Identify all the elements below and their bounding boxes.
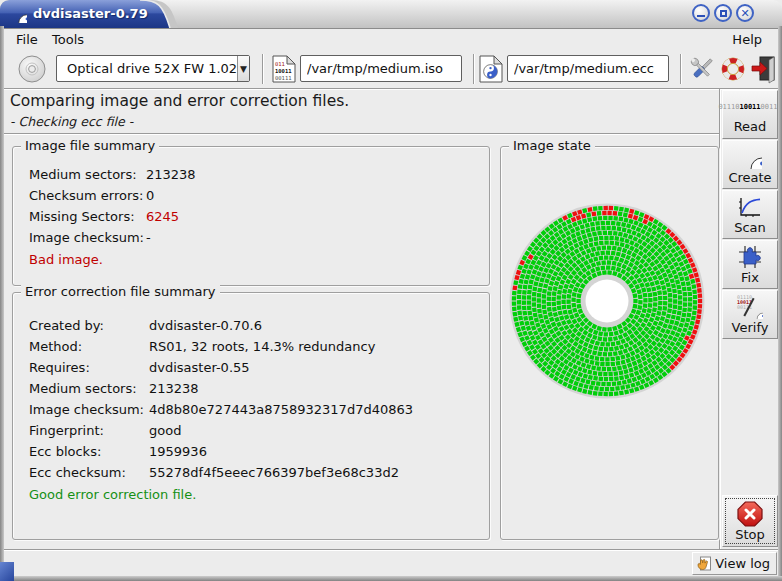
row-label: Created by: xyxy=(29,318,149,333)
button-label: Scan xyxy=(734,220,766,235)
window-corner-accent xyxy=(0,562,14,581)
ecc-file-icon xyxy=(478,54,504,84)
puzzle-piece-icon xyxy=(737,244,763,270)
menu-help[interactable]: Help xyxy=(726,31,768,48)
scan-button[interactable]: Scan xyxy=(722,190,778,239)
app-icon xyxy=(9,5,27,23)
status-line-2: - Checking ecc file - xyxy=(10,114,133,129)
stop-octagon-icon xyxy=(737,501,763,527)
row-value: - xyxy=(146,230,151,245)
panel-title: Image state xyxy=(509,138,595,153)
view-log-button[interactable]: View log xyxy=(692,552,777,575)
yin-yang-icon xyxy=(738,144,762,170)
window-title: dvdisaster-0.79 xyxy=(33,6,148,21)
button-label: Read xyxy=(734,119,767,134)
summary-row: Ecc checksum: 55278df4f5eeec766397bef3e6… xyxy=(29,462,483,483)
summary-row: Image checksum: 4d8b80e727443a8758932317… xyxy=(29,399,483,420)
chevron-down-icon[interactable]: ▼ xyxy=(237,56,249,81)
separator xyxy=(4,133,719,135)
button-label: Fix xyxy=(741,270,759,285)
summary-row: Missing Sectors: 6245 xyxy=(29,206,483,227)
menu-tools[interactable]: Tools xyxy=(46,31,90,48)
button-label: Stop xyxy=(735,527,765,542)
summary-row: Checksum errors: 0 xyxy=(29,185,483,206)
image-file-summary-panel: Image file summary Medium sectors: 21323… xyxy=(12,146,490,286)
minimize-button[interactable] xyxy=(692,4,710,22)
row-value: RS01, 32 roots, 14.3% redundancy xyxy=(149,339,375,354)
row-value: 6245 xyxy=(146,209,179,224)
row-value: 4d8b80e727443a8758932317d7d40863 xyxy=(149,402,413,417)
fix-button[interactable]: Fix xyxy=(722,240,778,289)
image-file-icon: 011 10011 00111 xyxy=(271,54,297,84)
row-value: 0 xyxy=(146,188,154,203)
row-value: dvdisaster-0.70.6 xyxy=(149,318,262,333)
exit-icon[interactable] xyxy=(749,54,777,84)
status-line-1: Comparing image and error correction fil… xyxy=(10,92,349,110)
row-label: Requires: xyxy=(29,360,149,375)
row-value: 1959936 xyxy=(149,444,207,459)
ecc-file-input[interactable] xyxy=(507,55,669,82)
verify-icon: 01110 10011 00111 xyxy=(737,294,763,320)
row-value: 213238 xyxy=(149,381,199,396)
binary-read-icon: 01110 10011 00111 xyxy=(718,95,781,119)
svg-text:011: 011 xyxy=(275,61,285,67)
row-label: Fingerprint: xyxy=(29,423,149,438)
image-file-input[interactable] xyxy=(300,55,462,82)
optical-drive-icon xyxy=(16,54,50,84)
disc-sector-map xyxy=(503,165,715,409)
preferences-tools-icon[interactable] xyxy=(688,54,716,84)
view-log-label: View log xyxy=(715,556,770,571)
separator xyxy=(719,89,721,549)
summary-row: Fingerprint: good xyxy=(29,420,483,441)
row-value: 55278df4f5eeec766397bef3e68c33d2 xyxy=(149,465,399,480)
panel-title: Error correction file summary xyxy=(21,284,220,299)
title-bar: dvdisaster-0.79 ✕ xyxy=(0,0,782,29)
ecc-verdict: Good error correction file. xyxy=(29,487,483,502)
scan-chart-icon xyxy=(737,194,763,220)
row-label: Checksum errors: xyxy=(29,188,146,203)
toolbar-separator xyxy=(262,54,264,84)
create-button[interactable]: Create xyxy=(722,140,778,189)
summary-row: Medium sectors: 213238 xyxy=(29,378,483,399)
drive-select[interactable]: Optical drive 52X FW 1.02 ▼ xyxy=(56,55,250,82)
svg-text:00111: 00111 xyxy=(275,75,292,81)
summary-row: Image checksum: - xyxy=(29,227,483,248)
image-verdict: Bad image. xyxy=(29,252,483,267)
row-label: Medium sectors: xyxy=(29,167,146,182)
row-label: Image checksum: xyxy=(29,230,146,245)
row-label: Medium sectors: xyxy=(29,381,149,396)
summary-row: Method: RS01, 32 roots, 14.3% redundancy xyxy=(29,336,483,357)
verify-button[interactable]: 01110 10011 00111 Verify xyxy=(722,290,778,339)
menu-file[interactable]: File xyxy=(10,31,44,48)
menu-bar: File Tools Help xyxy=(4,29,778,50)
window-border-right xyxy=(778,26,782,581)
ecc-file-summary-panel: Error correction file summary Created by… xyxy=(12,292,490,540)
drive-select-value: Optical drive 52X FW 1.02 xyxy=(57,61,237,76)
summary-row: Requires: dvdisaster-0.55 xyxy=(29,357,483,378)
row-label: Ecc checksum: xyxy=(29,465,149,480)
status-bar: View log xyxy=(4,551,778,577)
close-button[interactable]: ✕ xyxy=(736,4,754,22)
row-label: Ecc blocks: xyxy=(29,444,149,459)
button-label: Verify xyxy=(732,320,769,335)
stop-button[interactable]: Stop xyxy=(722,495,778,547)
toolbar-separator xyxy=(680,54,682,84)
summary-row: Ecc blocks: 1959936 xyxy=(29,441,483,462)
svg-text:10011: 10011 xyxy=(275,68,292,74)
row-value: 213238 xyxy=(146,167,196,182)
summary-row: Medium sectors: 213238 xyxy=(29,164,483,185)
row-label: Method: xyxy=(29,339,149,354)
row-label: Image checksum: xyxy=(29,402,149,417)
toolbar: Optical drive 52X FW 1.02 ▼ 011 10011 00… xyxy=(4,50,778,88)
row-label: Missing Sectors: xyxy=(29,209,146,224)
panel-title: Image file summary xyxy=(21,138,159,153)
log-icon xyxy=(697,556,712,572)
help-lifesaver-icon[interactable] xyxy=(719,54,747,84)
image-state-panel: Image state Good sectors Sectors with CR… xyxy=(500,146,719,540)
toolbar-separator xyxy=(473,54,475,84)
button-label: Create xyxy=(728,170,771,185)
row-value: good xyxy=(149,423,181,438)
maximize-button[interactable] xyxy=(714,4,732,22)
window-border-left xyxy=(0,26,4,581)
read-button[interactable]: 01110 10011 00111 Read xyxy=(722,90,778,139)
